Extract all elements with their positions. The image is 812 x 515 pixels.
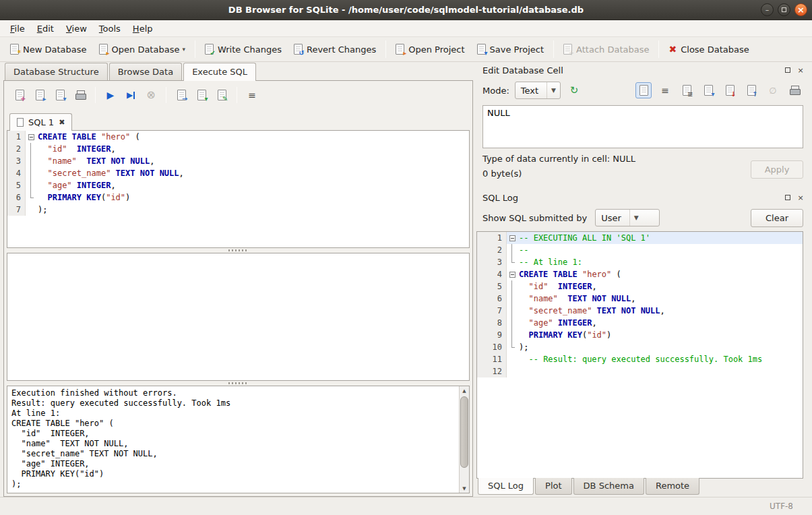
sql-log-editor[interactable]: 1-- EXECUTING ALL IN 'SQL 1'2--3-- At li… <box>476 231 803 479</box>
output-scrollbar[interactable]: ▲ ▼ <box>459 386 469 493</box>
menu-help[interactable]: Help <box>127 22 159 36</box>
word-wrap-button[interactable]: ≡ <box>243 86 261 104</box>
execution-output[interactable]: Execution finished without errors. Resul… <box>7 386 469 491</box>
code-line[interactable]: 9 PRIMARY KEY("id") <box>477 329 803 341</box>
code-line[interactable]: 1-- EXECUTING ALL IN 'SQL 1' <box>477 232 803 244</box>
attach-database-button[interactable]: +Attach Database <box>557 40 655 58</box>
tab-database-structure[interactable]: Database Structure <box>5 63 108 80</box>
save-project-button[interactable]: ▾Save Project <box>471 40 551 58</box>
execute-all-icon: ▶ <box>107 90 115 100</box>
code-line[interactable]: 11 -- Result: query executed successfull… <box>477 353 803 365</box>
save-sql-file-icon: ▾ <box>56 90 65 100</box>
code-line[interactable]: 7 "secret_name" TEXT NOT NULL, <box>477 305 803 317</box>
code-line[interactable]: 5 "id" INTEGER, <box>477 280 803 293</box>
tab-plot[interactable]: Plot <box>535 478 572 495</box>
mode-select[interactable]: Text ▼ <box>515 82 561 99</box>
open-sql-file-button[interactable]: ▸ <box>31 86 49 104</box>
code-line[interactable]: 4CREATE TABLE "hero" ( <box>477 268 803 280</box>
toolbar-button-label: Revert Changes <box>307 44 376 55</box>
results-output-splitter[interactable] <box>7 381 470 386</box>
minimize-button[interactable]: – <box>761 3 774 16</box>
maximize-button[interactable] <box>778 3 790 16</box>
scrollbar-thumb[interactable] <box>460 396 468 468</box>
tab-execute-sql[interactable]: Execute SQL <box>183 63 256 81</box>
tab-remote[interactable]: Remote <box>646 478 699 495</box>
execute-current-line-button[interactable] <box>122 86 139 104</box>
code-line[interactable]: 1CREATE TABLE "hero" ( <box>7 131 469 143</box>
apply-button[interactable]: Apply <box>751 160 803 179</box>
export-data-button[interactable]: ↑ <box>743 82 759 98</box>
code-line[interactable]: 4 "secret_name" TEXT NOT NULL, <box>7 167 469 179</box>
fold-column <box>26 131 36 143</box>
close-dock-button[interactable]: × <box>795 192 806 203</box>
line-number: 7 <box>7 204 26 216</box>
results-grid[interactable] <box>7 253 470 381</box>
sql-editor[interactable]: 1CREATE TABLE "hero" (2 "id" INTEGER,3 "… <box>7 130 470 248</box>
set-null-button[interactable]: ∅ <box>765 82 781 98</box>
new-database-button[interactable]: *New Database <box>4 40 93 58</box>
copy-button[interactable]: ≡ <box>679 82 695 98</box>
stop-button[interactable]: ⊗ <box>142 86 160 104</box>
import-data-button[interactable]: ↓ <box>722 82 738 98</box>
fold-toggle-icon[interactable] <box>509 235 516 241</box>
save-results-view-button[interactable]: ▾ <box>193 86 210 104</box>
code-line[interactable]: 8 "age" INTEGER, <box>477 317 803 329</box>
code-line[interactable]: 12 <box>477 365 803 377</box>
tab-db-schema[interactable]: DB Schema <box>573 478 644 495</box>
save-sql-file-button[interactable]: ▾ <box>51 86 69 104</box>
code-line[interactable]: 7); <box>7 204 469 216</box>
print-button[interactable] <box>71 86 89 104</box>
edit-pencil-button[interactable]: ✎ <box>213 86 230 104</box>
code-text: "name" TEXT NOT NULL, <box>518 293 803 305</box>
float-dock-button[interactable] <box>782 65 793 75</box>
editor-results-splitter[interactable] <box>7 248 470 253</box>
float-dock-button[interactable] <box>782 192 793 203</box>
fold-toggle-icon[interactable] <box>509 272 516 278</box>
scroll-down-icon[interactable]: ▼ <box>460 484 469 493</box>
tab-sql-log[interactable]: SQL Log <box>478 478 534 495</box>
code-line[interactable]: 5 "age" INTEGER, <box>7 179 469 191</box>
line-number: 10 <box>477 341 507 353</box>
scrollbar-track[interactable] <box>460 395 469 484</box>
export-csv-button[interactable]: → <box>173 86 190 104</box>
code-line[interactable]: 10); <box>477 341 803 353</box>
revert-changes-button[interactable]: ↺Revert Changes <box>288 40 382 58</box>
log-filter-select[interactable]: User ▼ <box>595 209 660 226</box>
code-line[interactable]: 3 "name" TEXT NOT NULL, <box>7 155 469 167</box>
open-database-button[interactable]: ▸Open Database▾ <box>93 40 191 58</box>
cell-info-row: Type of data currently in cell: NULL 0 b… <box>476 152 809 183</box>
new-tab-button[interactable]: + <box>11 86 28 104</box>
menu-file[interactable]: File <box>4 22 31 36</box>
menu-edit[interactable]: Edit <box>31 22 60 36</box>
close-database-button[interactable]: ✖Close Database <box>662 41 755 58</box>
export-data-icon: ↑ <box>747 85 756 96</box>
scroll-up-icon[interactable]: ▲ <box>460 386 469 395</box>
splitter-grip <box>228 382 249 384</box>
paste-button[interactable]: ▾ <box>700 82 716 98</box>
menu-tools[interactable]: Tools <box>93 22 127 36</box>
clear-log-button[interactable]: Clear <box>751 209 803 227</box>
open-project-button[interactable]: ▸Open Project <box>389 40 470 58</box>
code-line[interactable]: 2-- <box>477 244 803 256</box>
print-button[interactable] <box>786 82 803 98</box>
code-line[interactable]: 6 PRIMARY KEY("id") <box>7 191 469 204</box>
titlebar[interactable]: DB Browser for SQLite - /home/user/code/… <box>0 0 812 20</box>
code-line[interactable]: 6 "name" TEXT NOT NULL, <box>477 293 803 305</box>
write-changes-button[interactable]: ✔Write Changes <box>199 40 288 58</box>
close-dock-button[interactable]: × <box>795 65 806 75</box>
tab-browse-data[interactable]: Browse Data <box>109 63 183 80</box>
code-line[interactable]: 2 "id" INTEGER, <box>7 143 469 155</box>
menu-view[interactable]: View <box>60 22 93 36</box>
mode-settings-button[interactable]: ↻ <box>566 82 582 98</box>
new-database-icon: * <box>10 44 19 55</box>
text-mode-button[interactable] <box>635 82 652 98</box>
close-tab-icon[interactable]: ✖ <box>59 119 65 126</box>
code-text <box>518 365 803 377</box>
sql-file-tab[interactable]: SQL 1 ✖ <box>9 113 72 131</box>
word-wrap-button[interactable]: ≡ <box>657 82 673 98</box>
fold-toggle-icon[interactable] <box>28 134 34 140</box>
close-button[interactable]: × <box>794 3 807 16</box>
execute-all-button[interactable]: ▶ <box>102 86 119 104</box>
code-line[interactable]: 3-- At line 1: <box>477 256 803 268</box>
cell-editor[interactable]: NULL <box>482 105 803 148</box>
